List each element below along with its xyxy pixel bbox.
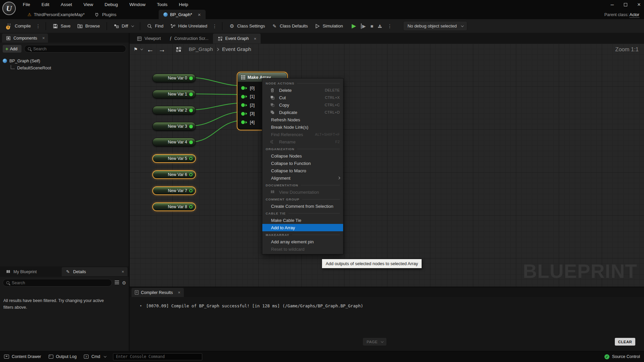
menu-window[interactable]: Window: [129, 2, 146, 7]
tab-my-blueprint[interactable]: My Blueprint: [2, 267, 62, 276]
clear-button[interactable]: CLEAR: [615, 338, 635, 346]
eject-icon[interactable]: ▲: [378, 24, 382, 28]
menu-asset[interactable]: Asset: [61, 2, 72, 7]
menu-item-copy[interactable]: CopyCTRL+C: [262, 101, 343, 109]
var-node-new-var-8[interactable]: New Var 8: [152, 202, 196, 211]
tab-viewport[interactable]: Viewport: [132, 34, 165, 44]
output-log-button[interactable]: Output Log: [49, 354, 77, 359]
var-node-new-var-7[interactable]: New Var 7: [152, 186, 196, 195]
window-minimize-button[interactable]: –: [611, 1, 614, 8]
tab-construction-script[interactable]: ƒ Construction Scr...: [165, 34, 213, 44]
menu-item-cut[interactable]: CutCTRL+X: [262, 94, 343, 101]
source-control-button[interactable]: ✓ Source Control: [604, 354, 640, 359]
tab-components[interactable]: Components ×: [2, 34, 48, 43]
details-settings-gear-icon[interactable]: ⚙: [122, 280, 126, 286]
details-search-input[interactable]: [12, 281, 108, 285]
menu-item-alignment[interactable]: Alignment: [262, 174, 343, 182]
find-button[interactable]: Find: [144, 21, 166, 31]
breadcrumb-event-graph[interactable]: Event Graph: [222, 46, 251, 52]
var-node-new-var-5[interactable]: New Var 5: [152, 154, 196, 163]
var-node-new-var-4[interactable]: New Var 4: [152, 138, 196, 146]
menu-edit[interactable]: Edit: [42, 2, 49, 7]
play-options-kebab-icon[interactable]: ⋮: [386, 23, 393, 29]
menu-item-break-node-link-s[interactable]: Break Node Link(s): [262, 123, 343, 131]
page-dropdown-button[interactable]: PAGE: [363, 338, 386, 346]
menu-item-collapse-to-function[interactable]: Collapse to Function: [262, 160, 343, 167]
compile-options-kebab-icon[interactable]: ⋮: [35, 23, 42, 29]
menu-item-add-array-element-pin[interactable]: Add array element pin: [262, 238, 343, 245]
menu-item-add-to-array[interactable]: Add to Array: [262, 224, 343, 231]
menu-help[interactable]: Help: [179, 2, 188, 7]
input-pin-icon[interactable]: [241, 95, 245, 99]
content-drawer-button[interactable]: Content Drawer: [4, 354, 41, 359]
menu-item-delete[interactable]: DeleteDELETE: [262, 86, 343, 94]
tab-compiler-results[interactable]: Compiler Results ×: [131, 288, 184, 297]
tab-bp-graph[interactable]: BP_Graph* ×: [159, 10, 206, 19]
close-tab-icon[interactable]: ×: [198, 12, 201, 17]
menu-item-make-cable-tie[interactable]: Make Cable Tie: [262, 217, 343, 224]
components-search[interactable]: [24, 45, 126, 53]
simulation-button[interactable]: Simulation: [312, 21, 346, 31]
output-pin-icon[interactable]: [189, 109, 193, 112]
breadcrumb-bp-graph[interactable]: BP_Graph: [189, 46, 213, 52]
output-pin-icon[interactable]: [189, 140, 193, 144]
input-pin-icon[interactable]: [241, 112, 245, 116]
var-node-new-var-1[interactable]: New Var 1: [152, 90, 196, 99]
close-panel-icon[interactable]: ×: [121, 269, 124, 274]
hide-unrelated-button[interactable]: Hide Unrelated: [167, 21, 210, 31]
output-pin-icon[interactable]: [189, 189, 193, 192]
input-pin-icon[interactable]: [241, 120, 245, 124]
tree-item-bp-graph-self[interactable]: BP_Graph (Self): [3, 57, 126, 64]
tree-item-defaultsceneroot[interactable]: DefaultSceneRoot: [3, 64, 126, 71]
menu-item-refresh-nodes[interactable]: Refresh Nodes: [262, 116, 343, 123]
output-pin-icon[interactable]: [189, 76, 193, 80]
compile-button[interactable]: ? Compile: [3, 21, 34, 31]
browse-button[interactable]: Browse: [74, 21, 102, 31]
menu-item-collapse-to-macro[interactable]: Collapse to Macro: [262, 167, 343, 174]
hide-unrelated-options-kebab-icon[interactable]: ⋮: [211, 23, 218, 29]
var-node-new-var-6[interactable]: New Var 6: [152, 170, 196, 179]
window-restore-button[interactable]: [624, 3, 627, 6]
tab-event-graph[interactable]: Event Graph ×: [213, 34, 261, 44]
close-tab-icon[interactable]: ×: [254, 36, 257, 41]
add-component-button[interactable]: + Add: [3, 45, 21, 53]
output-pin-icon[interactable]: [189, 93, 193, 96]
parent-class-link[interactable]: Actor: [630, 12, 639, 18]
tab-thirdpersonexamplemap[interactable]: ⚠ ThirdPersonExampleMap*: [23, 10, 89, 19]
details-search[interactable]: [3, 279, 112, 287]
navigate-back-icon[interactable]: ←: [147, 46, 154, 53]
navigate-forward-icon[interactable]: →: [159, 46, 166, 53]
cmd-dropdown-button[interactable]: > Cmd: [84, 354, 105, 359]
event-graph-canvas[interactable]: New Var 0New Var 1New Var 2New Var 3New …: [129, 44, 644, 287]
tab-plugins[interactable]: Plugins: [89, 10, 121, 19]
class-defaults-button[interactable]: ✎ Class Defaults: [269, 21, 311, 31]
input-pin-icon[interactable]: [241, 86, 245, 90]
output-pin-icon[interactable]: [189, 173, 193, 176]
close-panel-icon[interactable]: ×: [178, 290, 180, 295]
class-settings-button[interactable]: ⚙ Class Settings: [226, 21, 268, 31]
diff-button[interactable]: Diff: [111, 21, 136, 31]
var-node-new-var-3[interactable]: New Var 3: [152, 122, 196, 131]
output-pin-icon[interactable]: [189, 125, 193, 128]
components-search-input[interactable]: [33, 47, 122, 51]
display-filter-icon[interactable]: [115, 281, 119, 285]
window-close-button[interactable]: ×: [637, 2, 641, 7]
tab-details[interactable]: ✎ Details ×: [62, 267, 127, 276]
menu-item-duplicate[interactable]: DuplicateCTRL+D: [262, 109, 343, 116]
menu-view[interactable]: View: [84, 2, 93, 7]
menu-item-collapse-nodes[interactable]: Collapse Nodes: [262, 152, 343, 160]
menu-tools[interactable]: Tools: [157, 2, 168, 7]
input-pin-icon[interactable]: [241, 103, 245, 107]
save-button[interactable]: Save: [50, 21, 73, 31]
output-pin-icon[interactable]: [189, 205, 193, 208]
debug-object-select[interactable]: No debug object selected: [403, 21, 467, 31]
console-command-input[interactable]: [113, 353, 202, 360]
output-pin-icon[interactable]: [189, 157, 193, 160]
frame-skip-icon[interactable]: ▶: [361, 23, 366, 29]
menu-item-create-comment-from-selection[interactable]: Create Comment from Selection: [262, 202, 343, 210]
menu-file[interactable]: File: [23, 2, 30, 7]
close-panel-icon[interactable]: ×: [42, 36, 45, 41]
menu-debug[interactable]: Debug: [105, 2, 118, 7]
play-button-icon[interactable]: ▶: [352, 22, 356, 29]
var-node-new-var-2[interactable]: New Var 2: [152, 106, 196, 115]
